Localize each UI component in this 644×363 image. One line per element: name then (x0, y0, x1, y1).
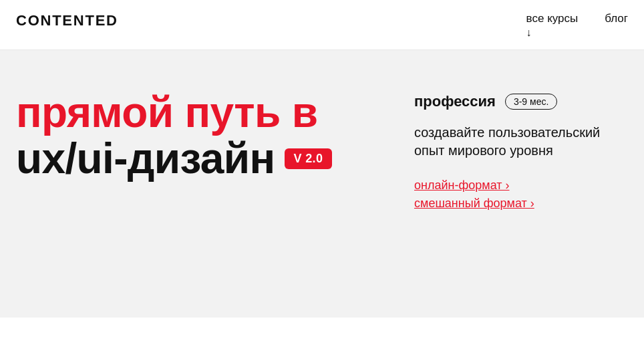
hero-title-black: ux/ui-дизайн V 2.0 (16, 136, 332, 181)
profession-label: профессия (414, 93, 496, 110)
header: CONTENTED все курсы ↓ блог (0, 0, 644, 50)
hero-description: создавайте пользовательский опыт мировог… (414, 124, 628, 160)
nav-item-blog[interactable]: блог (605, 12, 628, 25)
hero-links: онлайн-формат › смешанный формат › (414, 178, 628, 211)
duration-badge: 3-9 мес. (505, 94, 557, 110)
hero-title-red: прямой путь в (16, 90, 332, 135)
link-online-format[interactable]: онлайн-формат › (414, 178, 628, 193)
hero-title-black-text: ux/ui-дизайн (16, 136, 275, 181)
nav-courses-label: все курсы (526, 12, 579, 25)
link-mixed-format[interactable]: смешанный формат › (414, 197, 628, 211)
profession-header: профессия 3-9 мес. (414, 93, 628, 110)
navigation: все курсы ↓ блог (526, 12, 628, 39)
hero-right: профессия 3-9 мес. создавайте пользовате… (414, 90, 628, 211)
hero-section: прямой путь в ux/ui-дизайн V 2.0 професс… (0, 50, 644, 318)
nav-blog-label: блог (605, 12, 628, 25)
nav-item-courses[interactable]: все курсы ↓ (526, 12, 579, 39)
version-badge: V 2.0 (285, 148, 333, 169)
nav-courses-arrow: ↓ (526, 27, 532, 39)
logo[interactable]: CONTENTED (16, 12, 118, 29)
hero-left: прямой путь в ux/ui-дизайн V 2.0 (16, 90, 332, 181)
